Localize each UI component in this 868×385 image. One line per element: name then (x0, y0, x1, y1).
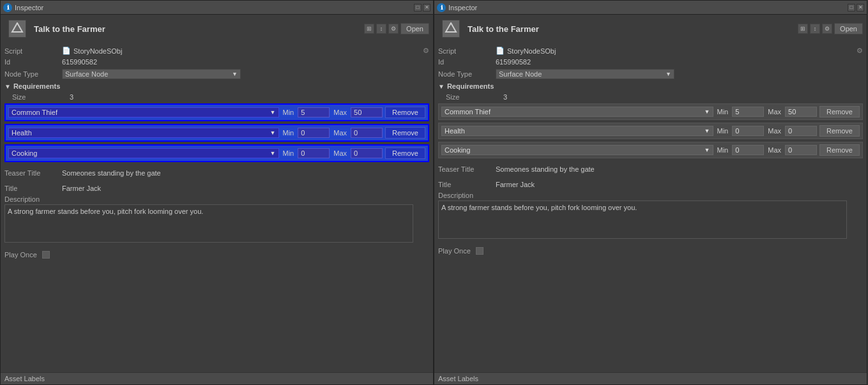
left-id-value: 615990582 (62, 58, 97, 66)
right-maximize-btn[interactable]: □ (848, 4, 855, 11)
right-id-row: Id 615990582 (438, 56, 863, 68)
left-req-remove-2[interactable]: Remove (385, 147, 425, 159)
left-pin-icon[interactable]: ↕ (376, 24, 386, 34)
right-req-min-value-0[interactable]: 5 (732, 107, 764, 117)
left-req-dropdown-1[interactable]: Health ▼ (8, 128, 279, 138)
right-req-dropdown-0[interactable]: Common Thief ▼ (441, 107, 713, 117)
right-node-type-dropdown[interactable]: Surface Node ▼ (496, 69, 674, 79)
right-node-type-label: Node Type (438, 70, 496, 78)
left-id-label: Id (4, 58, 62, 66)
right-req-name-1: Health (445, 127, 465, 135)
right-req-max-label-0: Max (768, 108, 781, 116)
left-req-chevron-2: ▼ (270, 150, 276, 156)
right-title-row: Title Farmer Jack (438, 179, 863, 190)
right-layout-icon[interactable]: ⊞ (798, 24, 808, 34)
left-node-type-value: Surface Node (65, 70, 108, 78)
right-info-icon: ℹ (437, 3, 446, 12)
left-req-label: Requirements (13, 82, 60, 90)
left-open-button[interactable]: Open (400, 23, 429, 34)
left-maximize-btn[interactable]: □ (414, 4, 422, 11)
right-req-label: Requirements (447, 82, 494, 90)
right-req-max-value-0[interactable]: 50 (785, 107, 817, 117)
left-unity-logo (8, 20, 26, 38)
right-unity-logo-svg (445, 22, 457, 35)
left-req-max-value-0[interactable]: 50 (351, 107, 383, 117)
svg-marker-0 (12, 23, 22, 32)
right-req-max-value-1[interactable]: 0 (785, 126, 817, 136)
right-node-type-value: Surface Node (499, 70, 542, 78)
right-req-row-0: Common Thief ▼ Min 5 Max 50 Remove (438, 103, 863, 120)
left-close-btn[interactable]: ✕ (423, 4, 430, 11)
left-req-min-value-2[interactable]: 0 (298, 148, 330, 158)
left-node-type-label: Node Type (4, 70, 62, 78)
left-script-gear[interactable]: ⚙ (423, 47, 429, 55)
left-req-max-label-1: Max (333, 129, 347, 137)
right-req-min-value-1[interactable]: 0 (732, 126, 764, 136)
left-layout-icon[interactable]: ⊞ (364, 24, 374, 34)
left-script-label: Script (4, 47, 62, 55)
right-req-min-value-2[interactable]: 0 (732, 145, 764, 155)
left-title-label: Title (4, 185, 62, 192)
right-req-remove-1[interactable]: Remove (819, 125, 860, 137)
right-asset-labels-bar: Asset Labels (434, 372, 867, 384)
right-gear-icon[interactable]: ⚙ (822, 24, 832, 34)
right-script-gear[interactable]: ⚙ (857, 47, 863, 55)
right-title-value: Farmer Jack (496, 181, 535, 188)
right-close-btn[interactable]: ✕ (857, 4, 864, 11)
right-req-min-label-2: Min (717, 146, 729, 154)
right-requirements-header: ▼ Requirements (438, 80, 863, 92)
left-req-row-1: Health ▼ Min 0 Max 0 Remove (4, 124, 429, 142)
left-desc-row: Description (4, 194, 429, 244)
right-desc-textarea[interactable] (438, 200, 847, 239)
right-req-name-0: Common Thief (445, 108, 491, 116)
left-desc-label: Description (4, 195, 62, 203)
left-req-max-label-0: Max (333, 109, 347, 116)
left-window-title: Talk to the Farmer (34, 24, 105, 34)
left-gear-icon[interactable]: ⚙ (388, 24, 399, 34)
right-req-dropdown-1[interactable]: Health ▼ (441, 126, 713, 136)
right-pin-icon[interactable]: ↕ (810, 24, 820, 34)
left-req-name-1: Health (11, 129, 32, 137)
left-header-row: Talk to the Farmer ⊞ ↕ ⚙ Open (1, 15, 433, 43)
left-teaser-value: Someones standing by the gate (62, 169, 161, 177)
right-req-max-value-2[interactable]: 0 (785, 145, 817, 155)
left-script-name: StoryNodeSObj (73, 47, 122, 55)
left-script-value: 📄 StoryNodeSObj (62, 47, 122, 55)
left-node-type-dropdown[interactable]: Surface Node ▼ (62, 69, 241, 79)
right-desc-label: Description (438, 192, 496, 199)
right-script-name: StoryNodeSObj (507, 47, 556, 55)
left-desc-textarea[interactable] (4, 204, 413, 243)
left-req-min-value-0[interactable]: 5 (298, 107, 330, 117)
left-req-chevron-0: ▼ (270, 109, 276, 116)
left-req-remove-1[interactable]: Remove (385, 127, 425, 139)
left-size-label: Size (12, 93, 70, 101)
right-script-label: Script (438, 47, 496, 55)
right-open-button[interactable]: Open (834, 23, 863, 34)
left-req-remove-0[interactable]: Remove (385, 107, 425, 118)
left-req-min-value-1[interactable]: 0 (298, 128, 330, 138)
left-title-bar: ℹ Inspector □ ✕ (1, 1, 433, 15)
left-asset-labels-text: Asset Labels (4, 375, 45, 382)
right-req-max-label-1: Max (768, 127, 781, 135)
left-content-area: Talk to the Farmer ⊞ ↕ ⚙ Open Script 📄 S… (1, 15, 433, 384)
left-req-dropdown-2[interactable]: Cooking ▼ (8, 148, 279, 158)
left-title-bar-controls: □ ✕ (414, 4, 430, 11)
right-id-value: 615990582 (496, 58, 531, 66)
left-req-dropdown-0[interactable]: Common Thief ▼ (8, 107, 279, 117)
right-req-remove-0[interactable]: Remove (819, 106, 860, 117)
right-play-once-checkbox[interactable] (476, 247, 483, 255)
left-req-max-value-2[interactable]: 0 (351, 148, 383, 158)
right-req-dropdown-2[interactable]: Cooking ▼ (441, 145, 713, 155)
right-content-area: Talk to the Farmer ⊞ ↕ ⚙ Open Script 📄 S… (434, 15, 867, 384)
left-play-once-checkbox[interactable] (42, 251, 50, 259)
right-script-row: Script 📄 StoryNodeSObj ⚙ (438, 45, 863, 56)
left-asset-labels-bar: Asset Labels (1, 372, 433, 384)
left-play-once-label: Play Once (4, 251, 37, 259)
left-req-min-label-1: Min (283, 129, 294, 137)
left-teaser-row: Teaser Title Someones standing by the ga… (4, 167, 429, 179)
left-requirements-header: ▼ Requirements (4, 80, 429, 92)
left-req-max-value-1[interactable]: 0 (351, 128, 383, 138)
right-req-remove-2[interactable]: Remove (819, 144, 860, 156)
left-node-type-row: Node Type Surface Node ▼ (4, 68, 429, 80)
right-script-value: 📄 StoryNodeSObj (496, 47, 556, 55)
